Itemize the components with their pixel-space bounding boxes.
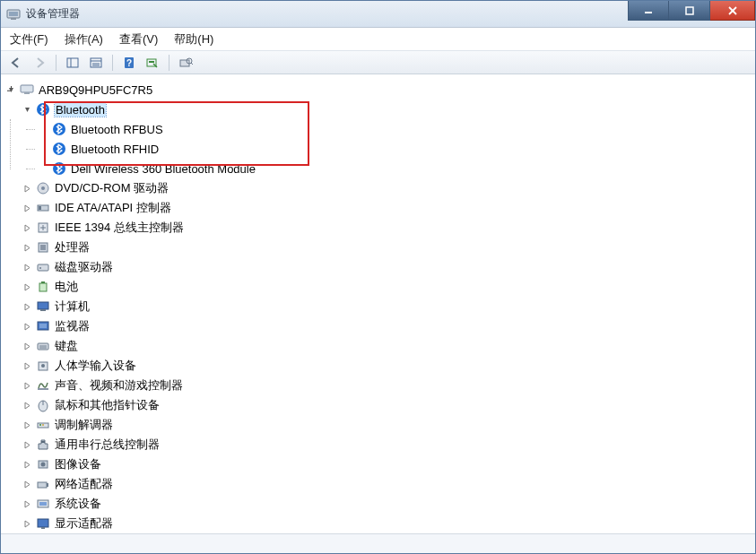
tree-category[interactable]: 系统设备 [21, 494, 752, 514]
tree-category[interactable]: 显示适配器 [21, 514, 752, 533]
show-hide-tree-button[interactable] [63, 54, 83, 72]
device-label[interactable]: Bluetooth RFHID [71, 143, 159, 156]
expand-icon[interactable] [22, 381, 32, 391]
properties-button[interactable] [86, 54, 106, 72]
category-icon [36, 437, 50, 452]
tree-category[interactable]: 电池 [21, 277, 752, 297]
tree-item-bluetooth-device[interactable]: Dell Wireless 360 Bluetooth Module [37, 159, 752, 178]
tree-category[interactable]: 处理器 [21, 238, 752, 257]
tree-category[interactable]: 人体学输入设备 [21, 356, 752, 376]
menu-file[interactable]: 文件(F) [10, 31, 48, 48]
category-icon [36, 497, 50, 511]
expand-icon[interactable] [22, 223, 32, 233]
category-label[interactable]: 人体学输入设备 [55, 358, 136, 374]
bluetooth-label[interactable]: Bluetooth [55, 103, 106, 117]
category-label[interactable]: 显示适配器 [55, 515, 113, 532]
collapse-icon[interactable] [22, 105, 32, 115]
expand-icon[interactable] [22, 263, 32, 273]
expand-icon[interactable] [22, 342, 32, 351]
tree-category[interactable]: IEEE 1394 总线主控制器 [21, 218, 752, 238]
category-label[interactable]: 声音、视频和游戏控制器 [55, 377, 183, 394]
category-label[interactable]: 计算机 [55, 299, 90, 315]
expand-icon[interactable] [22, 519, 32, 529]
svg-point-54 [41, 463, 46, 467]
forward-button[interactable] [30, 54, 49, 72]
leaf-spacer [39, 125, 48, 134]
title-bar: 设备管理器 [1, 1, 755, 28]
tree-category[interactable]: 声音、视频和游戏控制器 [21, 376, 752, 395]
menu-help[interactable]: 帮助(H) [174, 31, 213, 48]
category-label[interactable]: 鼠标和其他指针设备 [55, 397, 160, 413]
category-label[interactable]: 键盘 [55, 338, 78, 354]
category-label[interactable]: 监视器 [55, 318, 90, 334]
category-icon [36, 280, 50, 294]
category-label[interactable]: 磁盘驱动器 [55, 259, 113, 275]
category-label[interactable]: IEEE 1394 总线主控制器 [55, 220, 184, 236]
expand-icon[interactable] [22, 361, 32, 371]
expand-icon[interactable] [22, 282, 32, 292]
svg-rect-38 [40, 309, 46, 311]
expand-icon[interactable] [22, 401, 32, 411]
category-label[interactable]: 网络适配器 [55, 476, 113, 492]
maximize-button[interactable] [669, 1, 710, 21]
svg-point-51 [42, 424, 44, 426]
tree-category-bluetooth[interactable]: Bluetooth Bluetooth RFBUSBluetooth RFHID… [21, 100, 752, 178]
category-label[interactable]: IDE ATA/ATAPI 控制器 [55, 200, 171, 216]
tree-category[interactable]: 图像设备 [21, 454, 752, 474]
expand-icon[interactable] [22, 480, 32, 489]
device-tree[interactable]: ARB9Q9HPU5FC7R5 Bluetooth [1, 74, 755, 533]
category-label[interactable]: 系统设备 [55, 496, 101, 512]
help-button[interactable]: ? [119, 54, 139, 72]
minimize-button[interactable] [628, 1, 669, 21]
category-icon [36, 516, 50, 531]
tree-category[interactable]: 网络适配器 [21, 474, 752, 494]
tree-category[interactable]: 键盘 [21, 336, 752, 356]
expand-icon[interactable] [22, 440, 32, 450]
device-label[interactable]: Bluetooth RFBUS [71, 123, 163, 136]
close-button[interactable] [710, 1, 755, 21]
expand-icon[interactable] [22, 499, 32, 509]
svg-rect-4 [686, 7, 693, 14]
svg-rect-55 [38, 482, 47, 488]
expand-icon[interactable] [22, 243, 32, 253]
menu-view[interactable]: 查看(V) [119, 31, 158, 48]
tree-category[interactable]: 通用串行总线控制器 [21, 435, 752, 454]
category-icon [36, 339, 50, 353]
category-label[interactable]: 图像设备 [55, 456, 101, 472]
category-icon [36, 299, 50, 314]
svg-rect-46 [38, 388, 48, 390]
menu-action[interactable]: 操作(A) [65, 31, 103, 48]
expand-icon[interactable] [22, 460, 32, 470]
tree-category[interactable]: 磁盘驱动器 [21, 257, 752, 277]
tree-category[interactable]: 监视器 [21, 316, 752, 336]
tree-category[interactable]: 计算机 [21, 297, 752, 316]
device-manager-window: 设备管理器 文件(F) 操作(A) 查看(V) 帮助(H) [0, 0, 756, 554]
tree-category[interactable]: 调制解调器 [21, 415, 752, 435]
category-label[interactable]: 调制解调器 [55, 417, 113, 433]
expand-icon[interactable] [22, 322, 32, 332]
svg-rect-16 [149, 61, 154, 63]
tree-category[interactable]: 鼠标和其他指针设备 [21, 395, 752, 415]
expand-icon[interactable] [22, 184, 32, 194]
category-label[interactable]: 处理器 [55, 239, 90, 255]
svg-rect-60 [41, 527, 45, 529]
expand-icon[interactable] [22, 203, 32, 213]
svg-rect-33 [38, 264, 48, 271]
expand-icon[interactable] [22, 420, 32, 430]
tree-item-bluetooth-device[interactable]: Bluetooth RFBUS [37, 119, 752, 139]
back-button[interactable] [6, 54, 26, 72]
tree-category[interactable]: IDE ATA/ATAPI 控制器 [21, 198, 752, 218]
tree-root[interactable]: ARB9Q9HPU5FC7R5 Bluetooth [4, 80, 752, 533]
device-label[interactable]: Dell Wireless 360 Bluetooth Module [71, 162, 256, 176]
update-driver-button[interactable] [176, 54, 196, 72]
collapse-icon[interactable] [6, 85, 16, 95]
expand-icon[interactable] [22, 302, 32, 312]
category-label[interactable]: 通用串行总线控制器 [55, 437, 160, 453]
category-label[interactable]: DVD/CD-ROM 驱动器 [55, 180, 169, 196]
category-icon [36, 359, 50, 373]
tree-item-bluetooth-device[interactable]: Bluetooth RFHID [37, 139, 752, 159]
category-label[interactable]: 电池 [55, 279, 78, 295]
scan-hardware-button[interactable] [143, 54, 162, 72]
root-label[interactable]: ARB9Q9HPU5FC7R5 [39, 83, 152, 97]
tree-category[interactable]: DVD/CD-ROM 驱动器 [21, 178, 752, 198]
